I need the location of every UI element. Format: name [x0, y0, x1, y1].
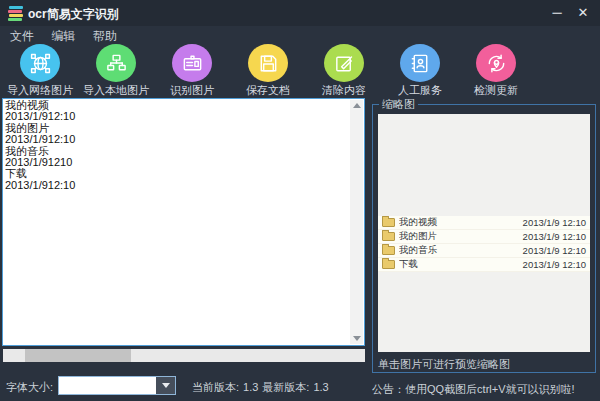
- scroll-up-icon[interactable]: [353, 103, 361, 108]
- current-version-label: 当前版本:: [192, 381, 239, 393]
- list-item: 我的视频 2013/1/9 12:10: [378, 216, 590, 230]
- refresh-update-icon: [476, 44, 516, 82]
- file-date: 2013/1/9 12:10: [523, 231, 590, 242]
- announcement-text: 公告：使用QQ截图后ctrl+V就可以识别啦!: [372, 382, 575, 397]
- scroll-down-icon[interactable]: [353, 336, 361, 341]
- version-status: 当前版本:1.3最新版本:1.3: [192, 380, 333, 395]
- font-size-label: 字体大小:: [6, 380, 53, 395]
- edit-pencil-icon: [324, 44, 364, 82]
- computer-network-icon: [96, 44, 136, 82]
- file-name: 下载: [399, 258, 523, 271]
- list-item: 我的图片 2013/1/9 12:10: [378, 230, 590, 244]
- globe-network-icon: [20, 44, 60, 82]
- toolbar-label: 导入网络图片: [7, 83, 73, 98]
- toolbar-button-human-service[interactable]: 人工服务: [382, 44, 458, 98]
- thumbnail-groupbox: 缩略图 我的视频 2013/1/9 12:10 我的图片 2013/1/9 12…: [372, 97, 596, 373]
- thumbnail-hint-text: 单击图片可进行预览缩略图: [378, 357, 590, 372]
- close-button[interactable]: ✕: [572, 3, 594, 23]
- toolbar-button-recognize-image[interactable]: 识别图片: [154, 44, 230, 98]
- file-date: 2013/1/9 12:10: [523, 245, 590, 256]
- file-name: 我的音乐: [399, 244, 523, 257]
- file-date: 2013/1/9 12:10: [523, 217, 590, 228]
- list-item: 我的音乐 2013/1/9 12:10: [378, 244, 590, 258]
- toolbar-label: 导入本地图片: [83, 83, 149, 98]
- window-title: ocr简易文字识别: [28, 6, 119, 23]
- current-version-value: 1.3: [243, 381, 258, 393]
- horizontal-scrollbar-thumb[interactable]: [25, 349, 131, 362]
- thumbnail-group-title: 缩略图: [379, 97, 418, 112]
- toolbar-label: 清除内容: [322, 83, 366, 98]
- toolbar-label: 检测更新: [474, 83, 518, 98]
- toolbar-label: 识别图片: [170, 83, 214, 98]
- app-window: ocr简易文字识别 ─ ✕ 文件 编辑 帮助 导入网络图片 导入本地图片 识别图…: [0, 0, 600, 401]
- folder-icon: [382, 246, 395, 255]
- toolbar-button-import-web-image[interactable]: 导入网络图片: [2, 44, 78, 98]
- dropdown-arrow-button[interactable]: [156, 377, 175, 394]
- thumbnail-preview-image[interactable]: 我的视频 2013/1/9 12:10 我的图片 2013/1/9 12:10 …: [378, 114, 590, 352]
- list-item: 下载 2013/1/9 12:10: [378, 258, 590, 272]
- toolbar: 导入网络图片 导入本地图片 识别图片 保存文档 清除内容: [2, 44, 598, 98]
- toolbar-label: 保存文档: [246, 83, 290, 98]
- file-name: 我的图片: [399, 230, 523, 243]
- ocr-text-area[interactable]: 我的视频 2013/1/912:10 我的图片 2013/1/912:10 我的…: [2, 98, 365, 346]
- toolbar-button-save-document[interactable]: 保存文档: [230, 44, 306, 98]
- toolbar-button-import-local-image[interactable]: 导入本地图片: [78, 44, 154, 98]
- contact-book-icon: [400, 44, 440, 82]
- folder-icon: [382, 218, 395, 227]
- id-card-icon: [172, 44, 212, 82]
- horizontal-scrollbar[interactable]: [3, 349, 365, 362]
- ocr-result-text: 我的视频 2013/1/912:10 我的图片 2013/1/912:10 我的…: [5, 100, 348, 344]
- toolbar-button-clear-content[interactable]: 清除内容: [306, 44, 382, 98]
- minimize-button[interactable]: ─: [546, 3, 568, 23]
- file-date: 2013/1/9 12:10: [523, 259, 590, 270]
- floppy-disk-icon: [248, 44, 288, 82]
- toolbar-label: 人工服务: [398, 83, 442, 98]
- folder-icon: [382, 260, 395, 269]
- vertical-scrollbar[interactable]: [350, 100, 363, 344]
- chevron-down-icon: [162, 383, 170, 388]
- folder-icon: [382, 232, 395, 241]
- app-logo-icon: [8, 5, 24, 21]
- preview-file-list: 我的视频 2013/1/9 12:10 我的图片 2013/1/9 12:10 …: [378, 216, 590, 272]
- menubar: 文件 编辑 帮助: [0, 26, 600, 44]
- latest-version-value: 1.3: [313, 381, 328, 393]
- titlebar: ocr简易文字识别 ─ ✕: [0, 0, 600, 26]
- file-name: 我的视频: [399, 216, 523, 229]
- latest-version-label: 最新版本:: [262, 381, 309, 393]
- toolbar-button-check-update[interactable]: 检测更新: [458, 44, 534, 98]
- font-size-dropdown[interactable]: [58, 376, 176, 395]
